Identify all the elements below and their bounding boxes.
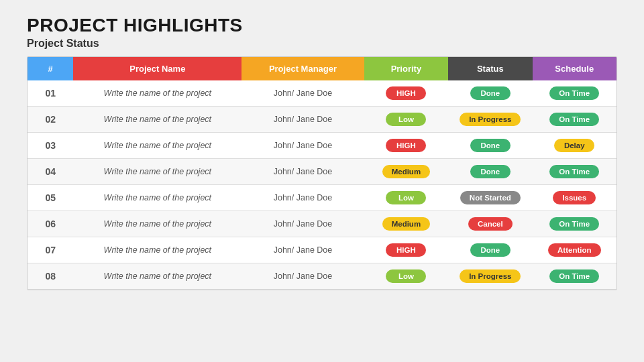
status-badge: Done — [470, 165, 511, 178]
cell-schedule: On Time — [533, 263, 616, 290]
priority-badge: HIGH — [386, 86, 426, 100]
table-header-row: # Project Name Project Manager Priority … — [28, 57, 616, 80]
table-row: 08 Write the name of the project John/ J… — [28, 263, 616, 290]
priority-badge: Low — [386, 269, 426, 283]
header-priority: Priority — [364, 57, 448, 80]
schedule-badge: Attention — [548, 243, 600, 257]
cell-schedule: Issues — [533, 185, 616, 211]
cell-manager: John/ Jane Doe — [241, 237, 364, 263]
cell-status: Cancel — [448, 211, 532, 237]
cell-schedule: On Time — [533, 80, 616, 107]
header-name: Project Name — [73, 57, 241, 80]
status-badge: Done — [470, 86, 511, 100]
table-wrapper: # Project Name Project Manager Priority … — [27, 56, 617, 290]
cell-priority: HIGH — [364, 237, 448, 263]
cell-num: 02 — [28, 107, 73, 133]
cell-priority: Low — [364, 185, 448, 211]
cell-status: In Progress — [448, 263, 532, 290]
cell-status: Done — [448, 133, 532, 159]
cell-status: Done — [448, 80, 532, 107]
cell-num: 01 — [28, 80, 73, 107]
cell-num: 05 — [28, 185, 73, 211]
table-row: 02 Write the name of the project John/ J… — [28, 107, 616, 133]
priority-badge: Medium — [382, 165, 430, 178]
cell-name: Write the name of the project — [73, 185, 241, 211]
table-body: 01 Write the name of the project John/ J… — [28, 80, 616, 290]
priority-badge: HIGH — [386, 139, 426, 152]
table-row: 05 Write the name of the project John/ J… — [28, 185, 616, 211]
cell-name: Write the name of the project — [73, 80, 241, 107]
table-row: 01 Write the name of the project John/ J… — [28, 80, 616, 107]
priority-badge: Low — [386, 191, 426, 204]
cell-priority: HIGH — [364, 80, 448, 107]
schedule-badge: On Time — [549, 113, 599, 126]
cell-num: 08 — [28, 263, 73, 290]
cell-priority: Medium — [364, 211, 448, 237]
header-status: Status — [448, 57, 532, 80]
cell-schedule: On Time — [533, 107, 616, 133]
main-title: PROJECT HIGHLIGHTS — [27, 15, 617, 36]
cell-priority: Low — [364, 107, 448, 133]
header-schedule: Schedule — [533, 57, 616, 80]
schedule-badge: Issues — [553, 191, 596, 204]
status-badge: In Progress — [460, 269, 521, 283]
cell-manager: John/ Jane Doe — [241, 80, 364, 107]
cell-schedule: Delay — [533, 133, 616, 159]
priority-badge: Low — [386, 113, 426, 126]
header-num: # — [28, 57, 73, 80]
schedule-badge: On Time — [549, 217, 599, 231]
cell-name: Write the name of the project — [73, 263, 241, 290]
cell-num: 03 — [28, 133, 73, 159]
status-badge: Cancel — [468, 217, 513, 231]
sub-title: Project Status — [27, 38, 617, 50]
status-badge: Done — [470, 243, 511, 257]
schedule-badge: Delay — [554, 139, 594, 152]
status-badge: Not Started — [460, 191, 521, 204]
status-badge: In Progress — [460, 113, 521, 126]
cell-status: Done — [448, 159, 532, 185]
cell-num: 07 — [28, 237, 73, 263]
project-table: # Project Name Project Manager Priority … — [28, 57, 616, 290]
cell-num: 06 — [28, 211, 73, 237]
status-badge: Done — [470, 139, 511, 152]
cell-priority: Low — [364, 263, 448, 290]
cell-schedule: On Time — [533, 159, 616, 185]
cell-priority: HIGH — [364, 133, 448, 159]
header-manager: Project Manager — [241, 57, 364, 80]
cell-manager: John/ Jane Doe — [241, 159, 364, 185]
cell-manager: John/ Jane Doe — [241, 185, 364, 211]
cell-manager: John/ Jane Doe — [241, 133, 364, 159]
table-row: 07 Write the name of the project John/ J… — [28, 237, 616, 263]
cell-manager: John/ Jane Doe — [241, 107, 364, 133]
table-row: 03 Write the name of the project John/ J… — [28, 133, 616, 159]
cell-name: Write the name of the project — [73, 159, 241, 185]
cell-status: Not Started — [448, 185, 532, 211]
priority-badge: Medium — [382, 217, 430, 231]
cell-manager: John/ Jane Doe — [241, 211, 364, 237]
cell-name: Write the name of the project — [73, 237, 241, 263]
schedule-badge: On Time — [549, 269, 599, 283]
cell-name: Write the name of the project — [73, 211, 241, 237]
cell-num: 04 — [28, 159, 73, 185]
priority-badge: HIGH — [386, 243, 426, 257]
cell-name: Write the name of the project — [73, 107, 241, 133]
cell-manager: John/ Jane Doe — [241, 263, 364, 290]
table-row: 06 Write the name of the project John/ J… — [28, 211, 616, 237]
cell-status: Done — [448, 237, 532, 263]
schedule-badge: On Time — [549, 86, 599, 100]
cell-priority: Medium — [364, 159, 448, 185]
table-row: 04 Write the name of the project John/ J… — [28, 159, 616, 185]
cell-status: In Progress — [448, 107, 532, 133]
cell-schedule: On Time — [533, 211, 616, 237]
schedule-badge: On Time — [549, 165, 599, 178]
cell-name: Write the name of the project — [73, 133, 241, 159]
page: PROJECT HIGHLIGHTS Project Status # Proj… — [0, 0, 644, 362]
cell-schedule: Attention — [533, 237, 616, 263]
